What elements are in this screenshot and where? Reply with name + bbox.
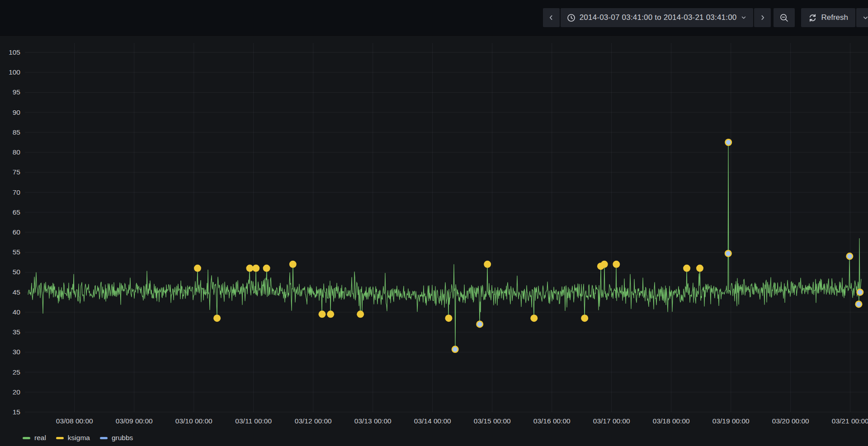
- x-tick-label: 03/20 00:00: [772, 417, 809, 425]
- time-picker-group: 2014-03-07 03:41:00 to 2014-03-21 03:41:…: [543, 8, 771, 27]
- x-tick-label: 03/16 00:00: [533, 417, 571, 425]
- y-tick-label: 90: [13, 108, 21, 116]
- ksigma-point: [581, 315, 588, 322]
- x-tick-label: 03/09 00:00: [116, 417, 153, 425]
- refresh-interval-dropdown[interactable]: [856, 8, 868, 27]
- ksigma-point: [484, 261, 491, 268]
- chevron-down-icon: [741, 14, 747, 21]
- y-tick-label: 15: [13, 408, 20, 416]
- y-tick-label: 80: [13, 148, 21, 156]
- grubbs-point: [858, 290, 863, 295]
- x-tick-label: 03/19 00:00: [712, 417, 750, 425]
- y-tick-label: 40: [13, 308, 21, 316]
- grubbs-point: [726, 140, 731, 145]
- legend-label-ksigma: ksigma: [68, 434, 90, 442]
- ksigma-point: [327, 310, 334, 318]
- grubbs-point: [453, 347, 458, 352]
- zoom-out-button[interactable]: [774, 8, 795, 27]
- ksigma-point: [252, 265, 259, 272]
- time-range-label: 2014-03-07 03:41:00 to 2014-03-21 03:41:…: [580, 13, 737, 22]
- series-grubbs-points: [452, 139, 864, 353]
- legend-swatch-grubbs: [100, 437, 108, 439]
- y-tick-label: 70: [13, 188, 21, 196]
- ksigma-point: [530, 315, 538, 322]
- legend-label-real: real: [34, 434, 46, 442]
- grubbs-point: [856, 302, 861, 307]
- legend-swatch-ksigma: [56, 437, 64, 439]
- time-shift-forward-button[interactable]: [754, 8, 771, 27]
- time-toolbar: 2014-03-07 03:41:00 to 2014-03-21 03:41:…: [543, 8, 868, 27]
- y-tick-label: 100: [9, 68, 20, 76]
- x-tick-label: 03/18 00:00: [653, 417, 690, 425]
- ksigma-point: [246, 265, 254, 272]
- ksigma-point: [696, 265, 703, 272]
- y-tick-label: 50: [13, 268, 21, 276]
- legend-swatch-real: [23, 437, 30, 439]
- time-range-picker[interactable]: 2014-03-07 03:41:00 to 2014-03-21 03:41:…: [561, 8, 754, 27]
- y-tick-label: 60: [13, 228, 21, 236]
- legend: real ksigma grubbs: [23, 432, 133, 443]
- y-tick-label: 30: [13, 348, 21, 356]
- ksigma-point: [613, 261, 620, 268]
- x-tick-label: 03/13 00:00: [354, 417, 392, 425]
- refresh-label: Refresh: [821, 13, 848, 22]
- y-tick-label: 85: [13, 128, 20, 136]
- time-shift-back-button[interactable]: [543, 8, 560, 27]
- ksigma-point: [683, 265, 690, 272]
- y-tick-label: 35: [13, 328, 20, 336]
- y-tick-label: 20: [13, 388, 21, 396]
- x-tick-label: 03/17 00:00: [593, 417, 630, 425]
- y-tick-label: 25: [13, 368, 20, 376]
- ksigma-point: [601, 261, 608, 268]
- grid-lines: [25, 43, 868, 412]
- y-tick-label: 45: [13, 288, 20, 296]
- legend-label-grubbs: grubbs: [112, 434, 133, 442]
- ksigma-point: [289, 261, 297, 268]
- clock-icon: [567, 14, 576, 22]
- y-tick-label: 55: [13, 248, 20, 256]
- timeseries-chart[interactable]: 1051009590858075706560555045403530252015…: [0, 36, 868, 432]
- ksigma-point: [194, 265, 201, 272]
- y-tick-label: 65: [13, 208, 20, 216]
- x-tick-label: 03/12 00:00: [295, 417, 332, 425]
- refresh-icon: [808, 14, 817, 22]
- x-tick-label: 03/11 00:00: [235, 417, 272, 425]
- y-tick-label: 75: [13, 168, 20, 176]
- x-tick-label: 03/14 00:00: [414, 417, 451, 425]
- ksigma-point: [319, 310, 326, 318]
- legend-item-real[interactable]: real: [23, 434, 46, 442]
- ksigma-point: [445, 315, 453, 322]
- zoom-out-icon: [779, 13, 789, 23]
- ksigma-point: [263, 265, 270, 272]
- x-tick-label: 03/21 00:00: [832, 417, 868, 425]
- chevron-right-icon: [759, 14, 766, 21]
- refresh-button[interactable]: Refresh: [801, 8, 855, 27]
- grubbs-point: [726, 251, 731, 256]
- legend-item-grubbs[interactable]: grubbs: [100, 434, 133, 442]
- grubbs-point: [847, 254, 852, 259]
- grubbs-point: [477, 322, 482, 327]
- legend-item-ksigma[interactable]: ksigma: [56, 434, 90, 442]
- x-tick-label: 03/10 00:00: [175, 417, 212, 425]
- ksigma-point: [213, 315, 221, 322]
- timeseries-panel: 1051009590858075706560555045403530252015…: [0, 36, 868, 446]
- chevron-left-icon: [547, 14, 555, 21]
- x-tick-label: 03/08 00:00: [56, 417, 93, 425]
- y-tick-label: 105: [9, 48, 20, 56]
- axis-labels: 1051009590858075706560555045403530252015…: [9, 48, 868, 425]
- x-tick-label: 03/15 00:00: [474, 417, 511, 425]
- top-navigation-bar: 2014-03-07 03:41:00 to 2014-03-21 03:41:…: [0, 0, 868, 36]
- series-real-line: [28, 142, 861, 349]
- ksigma-point: [357, 310, 364, 318]
- refresh-group: Refresh: [801, 8, 868, 27]
- chevron-down-icon: [862, 14, 868, 21]
- y-tick-label: 95: [13, 88, 20, 96]
